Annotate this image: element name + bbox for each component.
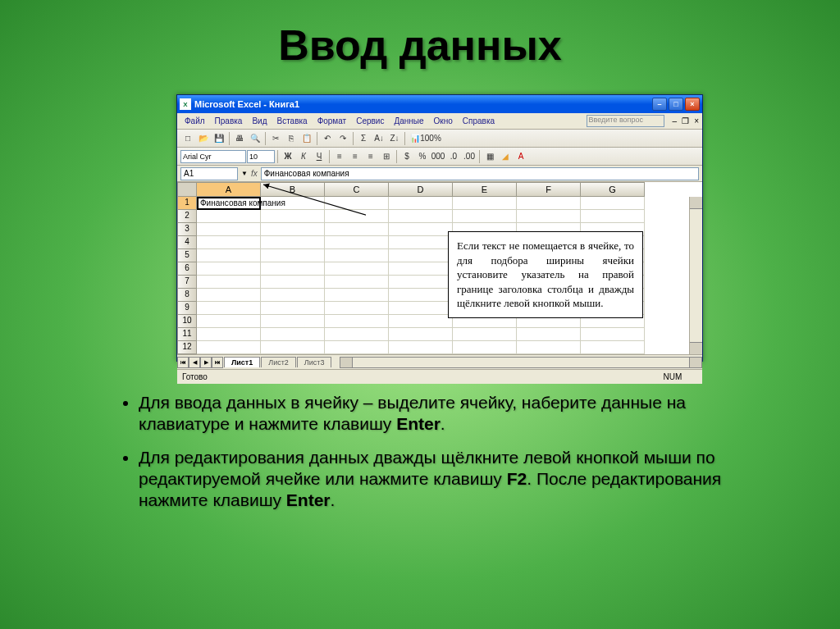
menu-format[interactable]: Формат <box>313 116 351 126</box>
cell[interactable] <box>389 197 453 210</box>
cell[interactable] <box>197 210 261 223</box>
tab-nav-last-icon[interactable]: ⏭ <box>212 357 223 368</box>
col-header-f[interactable]: F <box>517 182 581 197</box>
cell[interactable] <box>261 249 325 262</box>
cell[interactable] <box>389 210 453 223</box>
new-icon[interactable]: □ <box>180 131 195 146</box>
dec-decimal-icon[interactable]: .00 <box>462 149 477 164</box>
select-all-corner[interactable] <box>177 182 197 197</box>
titlebar[interactable]: X Microsoft Excel - Книга1 – □ × <box>177 95 702 113</box>
cell[interactable] <box>453 210 517 223</box>
cell[interactable] <box>261 315 325 328</box>
cell[interactable] <box>581 197 645 210</box>
save-icon[interactable]: 💾 <box>212 131 226 146</box>
copy-icon[interactable]: ⎘ <box>284 131 299 146</box>
cell[interactable] <box>389 249 453 262</box>
sheet-tab-3[interactable]: Лист3 <box>297 357 332 367</box>
menu-tools[interactable]: Сервис <box>352 116 388 126</box>
cell[interactable] <box>453 341 517 354</box>
cell[interactable] <box>581 341 645 354</box>
zoom-icon[interactable]: 100% <box>423 131 438 146</box>
font-size-select[interactable]: 10 <box>247 150 275 163</box>
menu-data[interactable]: Данные <box>390 116 427 126</box>
open-icon[interactable]: 📂 <box>196 131 211 146</box>
tab-nav-next-icon[interactable]: ▶ <box>200 357 212 368</box>
inc-decimal-icon[interactable]: .0 <box>446 149 461 164</box>
cell[interactable] <box>581 210 645 223</box>
cell[interactable] <box>517 210 581 223</box>
cell[interactable] <box>325 276 389 289</box>
row-header[interactable]: 1 <box>177 197 197 210</box>
undo-icon[interactable]: ↶ <box>320 131 335 146</box>
cell[interactable] <box>325 302 389 315</box>
bold-icon[interactable]: Ж <box>281 149 295 164</box>
cell[interactable] <box>325 197 389 210</box>
print-icon[interactable]: 🖶 <box>232 131 247 146</box>
row-header[interactable]: 3 <box>177 223 197 236</box>
cell[interactable] <box>197 276 261 289</box>
vertical-scrollbar[interactable] <box>689 197 702 354</box>
cut-icon[interactable]: ✂ <box>268 131 283 146</box>
menu-help[interactable]: Справка <box>459 116 499 126</box>
cell[interactable] <box>389 223 453 236</box>
name-box[interactable]: A1 <box>180 167 238 180</box>
spreadsheet-grid[interactable]: A B C D E F G 1Финансовая компания234567… <box>177 182 702 354</box>
tab-nav-prev-icon[interactable]: ◀ <box>189 357 200 368</box>
align-left-icon[interactable]: ≡ <box>332 149 347 164</box>
cell[interactable] <box>261 276 325 289</box>
horizontal-scrollbar[interactable] <box>340 357 702 368</box>
col-header-d[interactable]: D <box>389 182 453 197</box>
cell[interactable] <box>389 315 453 328</box>
fx-icon[interactable]: fx <box>251 169 258 178</box>
cell[interactable] <box>261 210 325 223</box>
row-header[interactable]: 12 <box>177 341 197 354</box>
cell[interactable] <box>517 197 581 210</box>
cell[interactable] <box>197 328 261 341</box>
cell[interactable] <box>197 302 261 315</box>
underline-icon[interactable]: Ч <box>312 149 326 164</box>
cell[interactable] <box>389 276 453 289</box>
row-header[interactable]: 8 <box>177 289 197 302</box>
sort-desc-icon[interactable]: Z↓ <box>387 131 402 146</box>
row-header[interactable]: 7 <box>177 276 197 289</box>
cell[interactable] <box>581 328 645 341</box>
cell[interactable] <box>517 341 581 354</box>
row-header[interactable]: 9 <box>177 302 197 315</box>
cell[interactable] <box>261 223 325 236</box>
cell[interactable] <box>325 315 389 328</box>
formula-input[interactable]: Финансовая компания <box>261 167 699 180</box>
cell[interactable] <box>261 302 325 315</box>
paste-icon[interactable]: 📋 <box>299 131 314 146</box>
align-center-icon[interactable]: ≡ <box>348 149 363 164</box>
currency-icon[interactable]: $ <box>399 149 414 164</box>
doc-minimize-icon[interactable]: – <box>673 116 678 125</box>
col-header-a[interactable]: A <box>197 182 261 197</box>
merge-icon[interactable]: ⊞ <box>379 149 394 164</box>
comma-icon[interactable]: 000 <box>431 149 445 164</box>
cell[interactable] <box>261 289 325 302</box>
menu-window[interactable]: Окно <box>430 116 457 126</box>
cell[interactable] <box>325 236 389 249</box>
row-header[interactable]: 6 <box>177 262 197 276</box>
col-header-e[interactable]: E <box>453 182 517 197</box>
sum-icon[interactable]: Σ <box>356 131 371 146</box>
align-right-icon[interactable]: ≡ <box>363 149 378 164</box>
cell[interactable] <box>453 197 517 210</box>
percent-icon[interactable]: % <box>415 149 430 164</box>
cell[interactable] <box>325 289 389 302</box>
col-header-b[interactable]: B <box>261 182 325 197</box>
cell[interactable] <box>453 328 517 341</box>
row-header[interactable]: 5 <box>177 249 197 262</box>
borders-icon[interactable]: ▦ <box>482 149 497 164</box>
cell[interactable] <box>197 289 261 302</box>
row-header[interactable]: 11 <box>177 328 197 341</box>
font-color-icon[interactable]: A <box>514 149 528 164</box>
redo-icon[interactable]: ↷ <box>336 131 350 146</box>
name-box-dropdown-icon[interactable]: ▼ <box>241 170 248 177</box>
cell[interactable] <box>325 341 389 354</box>
cell[interactable] <box>517 328 581 341</box>
row-header[interactable]: 2 <box>177 210 197 223</box>
doc-close-icon[interactable]: × <box>694 116 699 125</box>
row-header[interactable]: 10 <box>177 315 197 328</box>
sort-asc-icon[interactable]: A↓ <box>372 131 386 146</box>
